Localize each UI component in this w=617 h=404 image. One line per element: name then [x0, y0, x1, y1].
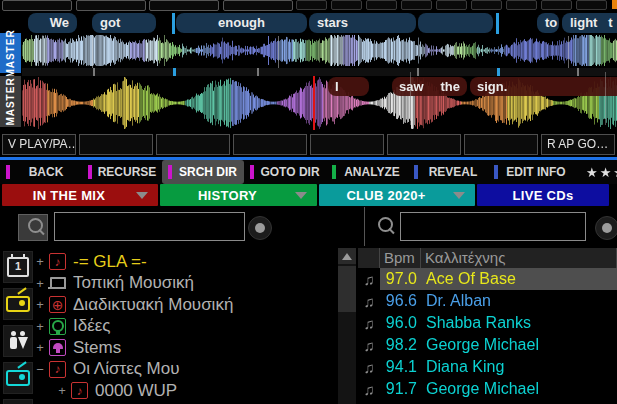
deck1-lyric-word: stars	[309, 13, 416, 33]
expand-toggle[interactable]: +	[34, 276, 46, 291]
hotcue-cell[interactable]	[296, 0, 327, 10]
scroll-up-button[interactable]	[338, 248, 356, 264]
pad-cell[interactable]	[464, 134, 538, 155]
beat-tick	[577, 68, 579, 76]
track-search-clear-button[interactable]	[595, 216, 617, 240]
hotcue-cell[interactable]	[471, 0, 502, 10]
hotcue-cell[interactable]	[149, 0, 219, 11]
toolbar-tab-edit-info[interactable]: EDIT INFO	[488, 160, 574, 184]
playlist-tab-history[interactable]: HISTORY	[160, 184, 317, 206]
toolbar-tab-reveal[interactable]: REVEAL	[408, 160, 488, 184]
tracklist-scrollbar[interactable]	[338, 248, 356, 404]
deck2-lyric-word: sign.	[470, 77, 617, 96]
track-bpm: 98.2	[380, 336, 417, 354]
toolbar-tab-label: REVEAL	[418, 165, 488, 179]
folder-search-input[interactable]	[54, 212, 245, 241]
track-row[interactable]: ♫96.0Shabba Ranks	[358, 312, 617, 334]
pad-cell[interactable]	[156, 134, 230, 155]
folder-search-clear-button[interactable]	[248, 216, 272, 240]
pad-cell[interactable]	[387, 134, 461, 155]
track-row[interactable]: ♫94.1Diana King	[358, 356, 617, 378]
expand-toggle[interactable]: +	[56, 383, 68, 398]
expand-toggle[interactable]: +	[34, 340, 46, 355]
cue-marker	[497, 68, 500, 76]
toolbar-tab-label: ANALYZE	[336, 165, 408, 179]
hotcue-cell[interactable]	[541, 0, 572, 10]
hotcue-cell[interactable]	[76, 0, 146, 11]
playlist-tab-in-the-mix[interactable]: IN THE MIX	[2, 184, 158, 206]
hotcue-cell[interactable]	[331, 0, 362, 10]
shortcut-boombox-cyan[interactable]	[3, 362, 33, 394]
music-folder-icon: ♪	[49, 253, 66, 270]
expand-toggle[interactable]: +	[34, 297, 46, 312]
toolbar-tab-analyze[interactable]: ANALYZE	[326, 160, 408, 184]
hotcue-cell[interactable]	[506, 0, 537, 10]
hotcue-cell[interactable]	[223, 0, 293, 11]
scrollbar-thumb[interactable]	[338, 266, 356, 312]
bpm-column-header[interactable]: Bpm	[380, 248, 421, 268]
toolbar-tab-goto-dir[interactable]: GOTO DIR	[244, 160, 326, 184]
shortcut-calendar-1[interactable]: 1	[3, 251, 33, 283]
track-row-fields: 110New Order	[380, 400, 617, 404]
music-note-icon: ♫	[358, 381, 380, 398]
folder-search-button[interactable]	[18, 214, 48, 241]
shortcut-partial-icon[interactable]	[3, 399, 33, 404]
tree-item[interactable]: +Ιδέες	[34, 316, 334, 337]
shortcut-radio-yellow[interactable]	[3, 288, 33, 320]
idea-folder-icon	[49, 318, 66, 335]
hotcue-cell[interactable]	[436, 0, 467, 10]
pad-cell[interactable]	[79, 134, 153, 155]
artist-column-header[interactable]: Καλλιτέχνης	[421, 248, 617, 268]
pad-cell[interactable]	[233, 134, 307, 155]
track-row-fields: 94.1Diana King	[380, 356, 617, 378]
playlist-tab-label: IN THE MIX	[2, 188, 136, 203]
pad-cell[interactable]: R AP GO…	[541, 134, 615, 155]
track-row[interactable]: ♫110New Order	[358, 400, 617, 404]
deck1-lyric-word: We	[28, 13, 77, 33]
hotcue-cell[interactable]	[576, 0, 607, 10]
toolbar-tab-label: EDIT INFO	[498, 165, 574, 179]
track-artist: Shabba Ranks	[417, 314, 531, 332]
tree-item[interactable]: +♪0000 WUP	[56, 380, 334, 401]
expand-toggle[interactable]: +	[34, 319, 46, 334]
tree-item[interactable]: +Τοπική Μουσική	[34, 273, 334, 294]
tree-item-label: Ιδέες	[73, 316, 111, 336]
tree-item[interactable]: +⊕Διαδικτυακή Μουσική	[34, 294, 334, 315]
track-row[interactable]: ♫98.2George Michael	[358, 334, 617, 356]
deck2-lyrics-band: Isawthesign.	[0, 77, 617, 96]
track-row[interactable]: ♫96.6Dr. Alban	[358, 290, 617, 312]
hotcue-cell[interactable]	[2, 0, 72, 11]
hotcue-cell[interactable]	[366, 0, 397, 10]
toolbar-tab-back[interactable]: BACK	[0, 160, 82, 184]
track-row[interactable]: ♫91.7George Michael	[358, 378, 617, 400]
deck1-master-text: MASTER	[5, 29, 16, 77]
lyric-text: the	[441, 77, 461, 96]
expand-toggle[interactable]: +	[34, 254, 46, 269]
track-row[interactable]: ♫97.0Ace Of Base	[358, 268, 617, 290]
music-note-icon: ♫	[358, 271, 380, 288]
deck1-lyric-word: to	[537, 13, 559, 33]
deck2-lyric-word: sawthe	[392, 77, 467, 96]
rating-control[interactable]: ★★★★	[574, 160, 617, 184]
pad-cell[interactable]	[310, 134, 384, 155]
deck1-lyric-word: got	[92, 13, 156, 33]
lightbulb-icon	[52, 320, 64, 332]
tree-item[interactable]: −♪Οι Λίστες Μου	[34, 359, 334, 380]
pad-cell[interactable]: V PLAY/PA…	[2, 134, 76, 155]
scroll-up-arrow-icon	[342, 253, 352, 260]
beat-position-strip[interactable]	[22, 68, 617, 76]
hotcue-cell[interactable]	[401, 0, 432, 10]
icon-column-header[interactable]	[358, 248, 380, 268]
beat-tick	[417, 68, 419, 76]
tracklist-header: Bpm Καλλιτέχνης	[358, 248, 617, 268]
deck1-waveform[interactable]	[22, 34, 617, 67]
toolbar-tab-recurse[interactable]: RECURSE	[82, 160, 162, 184]
tree-item[interactable]: +Stems	[34, 337, 334, 358]
shortcut-wedding-couple[interactable]	[3, 325, 33, 357]
tree-item[interactable]: +♪-= GLA =-	[34, 251, 334, 272]
track-search-input[interactable]	[400, 212, 586, 241]
playlist-tab-club-2020-[interactable]: CLUB 2020+	[319, 184, 475, 206]
toolbar-tab-srch-dir[interactable]: SRCH DIR	[162, 160, 244, 184]
playlist-tab-live-cds[interactable]: LIVE CDs	[477, 184, 609, 206]
collapse-toggle[interactable]: −	[34, 362, 46, 377]
